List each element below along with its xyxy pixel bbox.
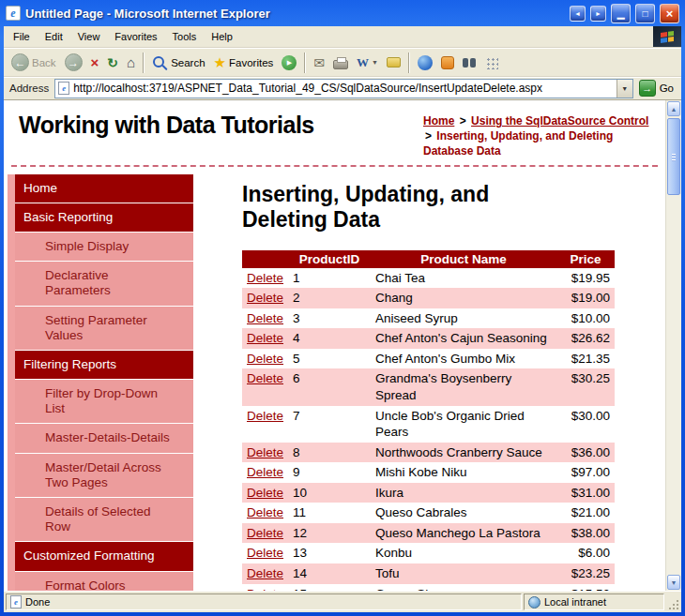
stop-icon: × (91, 54, 99, 70)
home-button[interactable]: ⌂ (123, 53, 139, 72)
research-icon (441, 56, 454, 69)
sidebar-item-declarative-parameters[interactable]: Declarative Parameters (15, 262, 193, 306)
delete-link[interactable]: Delete (247, 505, 283, 519)
titlebar-extra-button-1[interactable]: ◄ (570, 6, 586, 22)
delete-link[interactable]: Delete (247, 566, 283, 580)
price-cell: $10.00 (556, 308, 615, 329)
breadcrumb: Home > Using the SqlDataSource Control >… (423, 112, 660, 159)
edit-with-word-button[interactable]: W ▼ (353, 53, 382, 72)
breadcrumb-link-sqldatasource[interactable]: Using the SqlDataSource Control (471, 114, 648, 128)
sidebar-item-basic-reporting[interactable]: Basic Reporting (15, 203, 193, 233)
product-name-cell: Chang (371, 288, 556, 308)
breadcrumb-link-home[interactable]: Home (423, 114, 454, 128)
sidebar-item-filter-by-drop-down-list[interactable]: Filter by Drop-Down List (15, 380, 193, 424)
vertical-scrollbar[interactable]: ▲ ▼ (665, 100, 681, 591)
price-cell: $19.00 (556, 288, 615, 308)
menu-favorites[interactable]: Favorites (107, 27, 164, 46)
table-row: Delete 15 Genen Shouyu $15.50 (242, 584, 615, 592)
search-button[interactable]: Search (148, 53, 208, 72)
mail-button[interactable]: ✉ (310, 53, 328, 72)
menu-tools[interactable]: Tools (165, 27, 205, 46)
product-name-cell: Genen Shouyu (371, 584, 556, 592)
menu-edit[interactable]: Edit (38, 27, 70, 46)
price-cell: $21.35 (556, 349, 615, 369)
close-button[interactable]: × (660, 4, 679, 23)
delete-link[interactable]: Delete (247, 546, 283, 560)
sidebar-item-filtering-reports[interactable]: Filtering Reports (15, 351, 193, 380)
stop-button[interactable]: × (87, 53, 103, 72)
menu-help[interactable]: Help (204, 27, 240, 46)
delete-link[interactable]: Delete (247, 352, 283, 366)
minimize-button[interactable]: ▁ (611, 4, 631, 23)
table-row: Delete 3 Aniseed Syrup $10.00 (242, 308, 615, 329)
delete-link[interactable]: Delete (247, 526, 283, 540)
delete-link[interactable]: Delete (247, 311, 283, 325)
discuss-button[interactable] (383, 55, 404, 69)
status-message-pane: e Done (6, 593, 522, 610)
product-name-cell: Tofu (371, 563, 556, 584)
forward-button[interactable]: → (61, 52, 86, 73)
delete-link[interactable]: Delete (247, 587, 283, 592)
sidebar-item-setting-parameter-values[interactable]: Setting Parameter Values (15, 307, 193, 351)
grid-icon (485, 56, 498, 69)
price-cell: $6.00 (556, 543, 615, 563)
messenger-button[interactable] (414, 53, 436, 72)
scrollbar-thumb[interactable] (667, 118, 680, 195)
print-button[interactable] (329, 54, 352, 71)
delete-link[interactable]: Delete (247, 371, 283, 385)
delete-link[interactable]: Delete (247, 465, 283, 479)
scroll-down-button[interactable]: ▼ (667, 575, 680, 590)
sidebar-item-home[interactable]: Home (15, 174, 193, 203)
delete-link[interactable]: Delete (247, 331, 283, 345)
sidebar-item-format-colors[interactable]: Format Colors (15, 572, 193, 591)
go-arrow-icon: → (639, 80, 656, 97)
menu-view[interactable]: View (70, 27, 108, 46)
price-cell: $15.50 (556, 584, 615, 592)
delete-link[interactable]: Delete (247, 445, 283, 459)
sidebar-item-master-detail-across-two-pages[interactable]: Master/Detail Across Two Pages (15, 454, 193, 498)
delete-cell: Delete (242, 406, 288, 443)
maximize-button[interactable]: □ (635, 4, 655, 23)
product-name-cell: Uncle Bob's Organic Dried Pears (371, 406, 556, 443)
table-row: Delete 5 Chef Anton's Gumbo Mix $21.35 (242, 349, 615, 369)
titlebar[interactable]: e Untitled Page - Microsoft Internet Exp… (0, 0, 685, 26)
find-button[interactable] (459, 56, 480, 69)
minimize-icon: ▁ (617, 8, 625, 19)
productid-cell: 11 (288, 503, 371, 523)
media-button[interactable]: ▶ (278, 53, 300, 72)
delete-link[interactable]: Delete (247, 409, 283, 423)
sidebar-item-details-of-selected-row[interactable]: Details of Selected Row (15, 498, 193, 542)
sidebar-item-customized-formatting[interactable]: Customized Formatting (15, 542, 193, 571)
delete-link[interactable]: Delete (247, 291, 283, 305)
table-row: Delete 4 Chef Anton's Cajun Seasoning $2… (242, 328, 615, 349)
address-dropdown-button[interactable]: ▼ (616, 80, 632, 98)
zone-text: Local intranet (544, 596, 606, 608)
productid-cell: 14 (288, 563, 371, 584)
status-bar: e Done Local intranet (4, 591, 681, 612)
page-icon: e (58, 82, 69, 95)
sidebar: Home Basic Reporting Simple Display Decl… (8, 174, 193, 591)
sidebar-item-simple-display[interactable]: Simple Display (15, 233, 193, 262)
col-header-productid: ProductID (288, 250, 371, 268)
refresh-button[interactable]: ↻ (103, 53, 122, 72)
scroll-up-button[interactable]: ▲ (667, 101, 680, 116)
productid-cell: 4 (288, 328, 371, 349)
titlebar-extra-button-2[interactable]: ► (590, 6, 606, 22)
address-input[interactable] (73, 80, 612, 98)
delete-link[interactable]: Delete (247, 486, 283, 500)
delete-cell: Delete (242, 443, 288, 463)
favorites-button[interactable]: ★ Favorites (210, 53, 278, 73)
sidebar-item-master-details-details[interactable]: Master-Details-Details (15, 424, 193, 453)
delete-link[interactable]: Delete (247, 271, 283, 285)
breadcrumb-separator: > (425, 129, 432, 143)
links-button[interactable] (481, 54, 502, 71)
research-button[interactable] (437, 54, 458, 71)
table-row: Delete 1 Chai Tea $19.95 (242, 268, 615, 289)
menu-file[interactable]: File (6, 27, 38, 46)
go-button[interactable]: → Go (639, 80, 676, 97)
resize-grip[interactable] (666, 593, 679, 610)
windows-flag-icon (653, 26, 681, 47)
delete-cell: Delete (242, 563, 288, 584)
product-name-cell: Chai Tea (371, 268, 556, 289)
back-button[interactable]: ← Back (8, 52, 60, 73)
